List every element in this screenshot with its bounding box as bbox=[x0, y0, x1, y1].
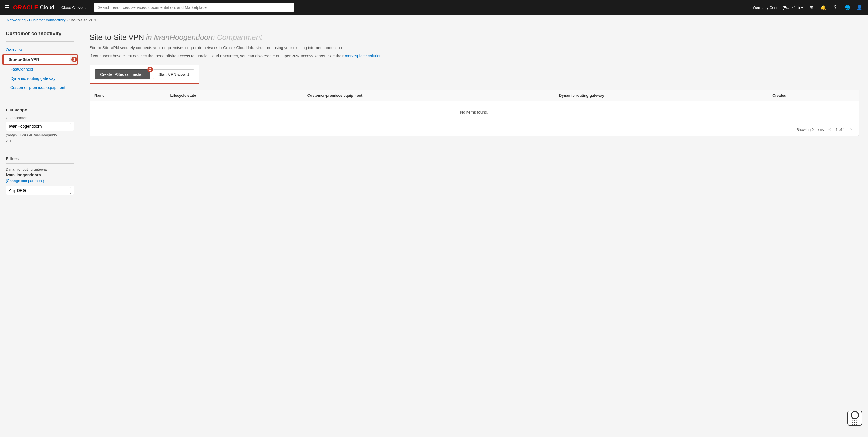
oracle-logo: ORACLE Cloud bbox=[13, 4, 54, 11]
col-name: Name bbox=[90, 90, 166, 101]
filters-title: Filters bbox=[6, 156, 74, 161]
sidebar-nav: Overview Site-to-Site VPN 1 FastConnect … bbox=[0, 45, 80, 92]
top-navigation: ☰ ORACLE Cloud Cloud Classic › Germany C… bbox=[0, 0, 868, 15]
page-title-in: in bbox=[146, 33, 152, 42]
table-header-row: Name Lifecycle state Customer-premises e… bbox=[90, 90, 859, 101]
page-title: Site-to-Site VPN in IwanHoogendoorn Comp… bbox=[90, 33, 859, 42]
drg-filter-label-text: Dynamic routing gateway in bbox=[6, 167, 52, 171]
breadcrumb-current: Site-to-Site VPN bbox=[69, 18, 96, 22]
cloud-classic-button[interactable]: Cloud Classic › bbox=[58, 4, 90, 11]
page-title-compartment: IwanHoogendoorn bbox=[154, 33, 215, 42]
sidebar-item-site-to-site-vpn[interactable]: Site-to-Site VPN bbox=[3, 55, 70, 64]
page-title-suffix: Compartment bbox=[217, 33, 262, 42]
sidebar-scope-section: List scope Compartment IwanHoogendoorn ⌃… bbox=[0, 102, 80, 143]
create-ipsec-connection-button[interactable]: Create IPSec connection bbox=[95, 69, 150, 79]
page-desc2-suffix: . bbox=[382, 54, 383, 58]
drg-select[interactable]: Any DRG bbox=[6, 186, 74, 195]
drg-select-wrap: Any DRG ⌃⌄ bbox=[6, 186, 74, 195]
vpn-table: Name Lifecycle state Customer-premises e… bbox=[90, 90, 859, 123]
filters-divider bbox=[6, 163, 74, 164]
main-content: Site-to-Site VPN in IwanHoogendoorn Comp… bbox=[81, 25, 868, 436]
user-profile-icon[interactable]: 👤 bbox=[856, 3, 863, 11]
drg-compartment-name: IwanHoogendoorn bbox=[6, 173, 74, 177]
orn-text-line2: orn bbox=[6, 138, 74, 143]
marketplace-solution-link[interactable]: marketplace solution bbox=[345, 54, 381, 58]
compartment-select[interactable]: IwanHoogendoorn bbox=[6, 122, 74, 131]
help-icon[interactable]: ? bbox=[831, 3, 839, 11]
sidebar-badge-1: 1 bbox=[71, 57, 77, 62]
help-widget[interactable] bbox=[847, 411, 862, 426]
sidebar-item-overview[interactable]: Overview bbox=[0, 45, 80, 54]
hamburger-menu[interactable]: ☰ bbox=[5, 4, 10, 11]
drg-filter-label: Dynamic routing gateway in bbox=[6, 167, 74, 171]
page-layout: Customer connectivity Overview Site-to-S… bbox=[0, 25, 868, 436]
start-vpn-wizard-button[interactable]: Start VPN wizard bbox=[153, 69, 195, 79]
region-label: Germany Central (Frankfurt) bbox=[753, 5, 800, 10]
action-button-area: Create IPSec connection 2 Start VPN wiza… bbox=[90, 65, 859, 84]
notifications-icon[interactable]: 🔔 bbox=[819, 3, 827, 11]
sidebar: Customer connectivity Overview Site-to-S… bbox=[0, 25, 81, 436]
page-title-prefix: Site-to-Site VPN bbox=[90, 33, 144, 42]
developer-tools-icon[interactable]: ⊞ bbox=[807, 3, 815, 11]
sidebar-filters-section: Filters Dynamic routing gateway in IwanH… bbox=[0, 151, 80, 195]
col-lifecycle-state: Lifecycle state bbox=[166, 90, 303, 101]
sidebar-title: Customer connectivity bbox=[0, 31, 80, 41]
vpn-table-container: Name Lifecycle state Customer-premises e… bbox=[90, 90, 859, 136]
table-footer: Showing 0 items < 1 of 1 > bbox=[90, 123, 859, 135]
sidebar-item-fastconnect[interactable]: FastConnect bbox=[0, 65, 80, 74]
pagination-next-button[interactable]: > bbox=[848, 126, 854, 133]
breadcrumb-networking[interactable]: Networking bbox=[7, 18, 26, 22]
page-description2: If your users have client devices that n… bbox=[90, 53, 859, 59]
col-customer-premises-equipment: Customer-premises equipment bbox=[303, 90, 555, 101]
topnav-right: Germany Central (Frankfurt) ▾ ⊞ 🔔 ? 🌐 👤 bbox=[753, 3, 863, 11]
help-widget-dots-icon bbox=[851, 420, 858, 425]
sidebar-divider bbox=[6, 41, 74, 42]
breadcrumb: Networking › Customer connectivity › Sit… bbox=[0, 15, 868, 25]
sidebar-active-item-container: Site-to-Site VPN 1 bbox=[2, 54, 78, 65]
compartment-label: Compartment bbox=[6, 116, 74, 120]
language-icon[interactable]: 🌐 bbox=[843, 3, 851, 11]
table-empty-message: No items found. bbox=[90, 101, 859, 123]
cloud-text: Cloud bbox=[40, 5, 54, 11]
search-input[interactable] bbox=[94, 3, 294, 12]
page-desc2-prefix: If your users have client devices that n… bbox=[90, 54, 345, 58]
compartment-select-wrap: IwanHoogendoorn ⌃⌄ bbox=[6, 122, 74, 131]
breadcrumb-sep1: › bbox=[27, 18, 28, 22]
region-chevron-icon: ▾ bbox=[801, 5, 803, 10]
orn-text-line1: (root)/NETWORK/IwanHoogendo bbox=[6, 133, 74, 137]
sidebar-item-dynamic-routing-gateway[interactable]: Dynamic routing gateway bbox=[0, 74, 80, 83]
pagination-page: 1 of 1 bbox=[836, 127, 845, 132]
table-empty-row: No items found. bbox=[90, 101, 859, 123]
table-body: No items found. bbox=[90, 101, 859, 123]
list-scope-title: List scope bbox=[6, 107, 74, 112]
table-showing-count: Showing 0 items bbox=[796, 127, 824, 132]
region-selector[interactable]: Germany Central (Frankfurt) ▾ bbox=[753, 5, 803, 10]
col-dynamic-routing-gateway: Dynamic routing gateway bbox=[555, 90, 768, 101]
search-container bbox=[94, 3, 294, 12]
table-header: Name Lifecycle state Customer-premises e… bbox=[90, 90, 859, 101]
page-description: Site-to-Site VPN securely connects your … bbox=[90, 45, 859, 51]
change-compartment-link[interactable]: (Change compartment) bbox=[6, 179, 44, 183]
col-created: Created bbox=[768, 90, 859, 101]
oracle-text: ORACLE bbox=[13, 4, 38, 11]
help-widget-ring-icon bbox=[851, 411, 859, 419]
pagination-prev-button[interactable]: < bbox=[827, 126, 833, 133]
create-btn-badge: 2 bbox=[147, 67, 153, 72]
sidebar-item-customer-premises-equipment[interactable]: Customer-premises equipment bbox=[0, 83, 80, 92]
breadcrumb-sep2: › bbox=[67, 18, 68, 22]
breadcrumb-customer-connectivity[interactable]: Customer connectivity bbox=[29, 18, 66, 22]
